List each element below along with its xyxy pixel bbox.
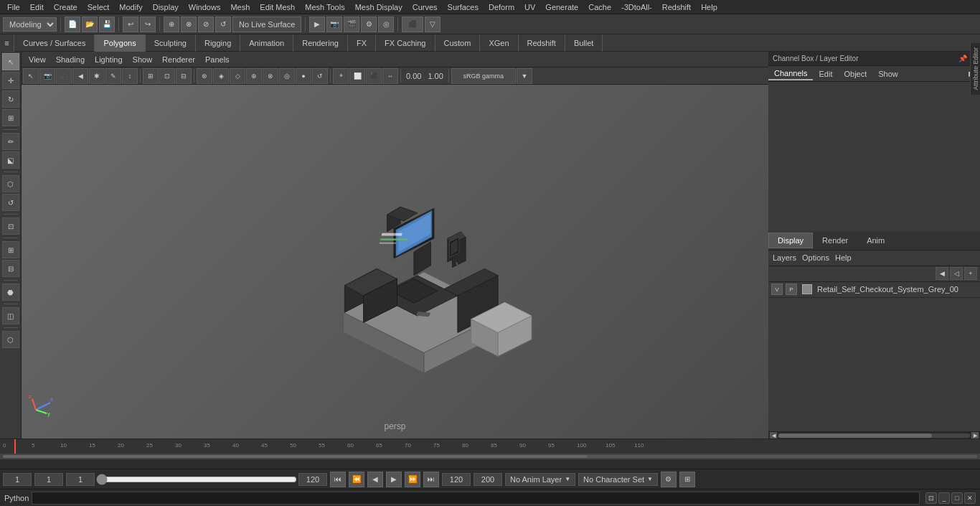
save-btn[interactable]: 💾 [99,17,115,32]
tb4[interactable]: ⊗ [181,17,197,32]
lt-btn12[interactable]: ◫ [2,307,19,324]
select-tool-btn[interactable]: ↖ [2,53,19,70]
frame-field[interactable]: 1 [3,473,32,486]
vpt6[interactable]: ✎ [105,68,121,84]
vpt11[interactable]: ⊛ [197,68,212,84]
layer-scrollbar[interactable]: ◀ ▶ [768,431,980,439]
play-prev-btn[interactable]: ⏮ [330,472,346,487]
lt-btn11[interactable]: ⬣ [2,284,19,301]
tb10[interactable]: ⚙ [361,17,377,32]
win-minimize-btn[interactable]: _ [938,492,950,504]
menu-edit-mesh[interactable]: Edit Mesh [255,1,299,13]
lt-btn8[interactable]: ⊡ [2,217,19,235]
scroll-right[interactable]: ▶ [971,432,979,439]
tb9[interactable]: 🎬 [344,17,359,32]
vpt7[interactable]: ↕ [122,68,138,84]
layer-v-btn[interactable]: V [771,284,783,295]
play-forward-btn[interactable]: ▶ [386,472,402,487]
tab-sculpting[interactable]: Sculpting [146,34,196,52]
vpt2[interactable]: 📷 [39,68,55,84]
menu-deform[interactable]: Deform [484,1,519,13]
tb12[interactable]: ⬛ [402,17,423,32]
live-surface-btn[interactable]: No Live Surface [232,17,301,32]
vpt13[interactable]: ◇ [230,68,245,84]
menu-windows[interactable]: Windows [184,1,225,13]
tb3[interactable]: ⊕ [164,17,179,32]
lt-btn13[interactable]: ⬡ [2,331,19,348]
menu-mesh-display[interactable]: Mesh Display [351,1,407,13]
layer-row-0[interactable]: V P Retail_Self_Checkout_System_Grey_00 [768,282,980,298]
attr-editor-tab[interactable]: Attribute Editor [970,52,980,95]
rotate-tool-btn[interactable]: ↻ [2,90,19,108]
win-close-btn[interactable]: ✕ [964,492,976,504]
frame-slider[interactable] [96,474,297,484]
paint-tool-btn[interactable]: ✏ [2,133,19,150]
frame-end[interactable]: 120 [298,473,327,486]
options-tab[interactable]: Options [802,253,829,262]
menu-3dtall[interactable]: -3DtoAll- [617,1,656,13]
frame-num3[interactable]: 1 [66,473,95,486]
vpt18[interactable]: ↺ [312,68,328,84]
lt-btn9[interactable]: ⊞ [2,241,19,258]
vpt-gamma-arrow[interactable]: ▼ [517,68,532,84]
vp-lighting[interactable]: Lighting [90,54,127,65]
vpt5[interactable]: ✱ [89,68,105,84]
drt-anim[interactable]: Anim [857,233,894,248]
tab-fx-caching[interactable]: FX Caching [376,34,435,52]
redo-btn[interactable]: ↪ [140,17,156,32]
frame-field2[interactable]: 1 [34,473,63,486]
vpt21[interactable]: ⬛ [366,68,382,84]
mode-dropdown[interactable]: Modeling [3,17,57,32]
char-set-btn[interactable]: No Character Set ▼ [578,473,658,486]
tb13[interactable]: ▽ [425,17,440,32]
lt-btn5[interactable]: ⬕ [2,151,19,169]
lt-btn6[interactable]: ⬡ [2,175,19,192]
vpt10[interactable]: ⊟ [176,68,192,84]
timeline-playhead[interactable] [14,439,16,454]
menu-help[interactable]: Help [697,1,722,13]
status-settings-btn[interactable]: ⚙ [661,472,677,487]
play-step-back-btn[interactable]: ⏪ [349,472,364,487]
vpt8[interactable]: ⊞ [143,68,159,84]
scale-tool-btn[interactable]: ⊞ [2,109,19,126]
win-maximize-btn[interactable]: □ [951,492,963,504]
menu-modify[interactable]: Modify [115,1,146,13]
lt-btn10[interactable]: ⊟ [2,260,19,277]
tab-custom[interactable]: Custom [435,34,481,52]
vpt3[interactable]: 🎥 [56,68,72,84]
scroll-left[interactable]: ◀ [770,432,777,439]
menu-surfaces[interactable]: Surfaces [443,1,483,13]
cb-tab-edit[interactable]: Edit [813,68,838,80]
menu-display[interactable]: Display [149,1,183,13]
timeline-bar[interactable]: 0 5 10 15 20 25 30 35 40 45 50 55 60 65 … [0,439,980,454]
cb-tab-channels[interactable]: Channels [768,67,813,80]
tb7[interactable]: ▶ [309,17,325,32]
tab-redshift[interactable]: Redshift [519,34,565,52]
vp-show[interactable]: Show [128,54,157,65]
new-btn[interactable]: 📄 [65,17,80,32]
vpt16[interactable]: ◎ [279,68,295,84]
vp-renderer[interactable]: Renderer [158,54,199,65]
vp-shading[interactable]: Shading [52,54,89,65]
tab-curves-surfaces[interactable]: Curves / Surfaces [14,34,95,52]
menu-edit[interactable]: Edit [26,1,48,13]
python-input[interactable] [32,492,920,505]
play-next-btn[interactable]: ⏭ [423,472,439,487]
timeline-range-bar[interactable] [3,455,977,458]
tb11[interactable]: ◎ [378,17,394,32]
layer-prev-btn[interactable]: ◀ [936,267,948,280]
menu-uv[interactable]: UV [520,1,540,13]
vpt1[interactable]: ↖ [23,68,39,84]
layers-tab[interactable]: Layers [773,253,796,262]
srgb-btn[interactable]: sRGB gamma [451,68,516,84]
play-back-btn[interactable]: ◀ [367,472,383,487]
range-end[interactable]: 200 [473,473,502,486]
tb8[interactable]: 📷 [326,17,342,32]
tab-fx[interactable]: FX [348,34,376,52]
vpt20[interactable]: ⬜ [349,68,365,84]
vpt14[interactable]: ⊕ [246,68,262,84]
drt-display[interactable]: Display [768,233,813,248]
vpt4[interactable]: ◀ [72,68,88,84]
menu-select[interactable]: Select [83,1,114,13]
vp-panels[interactable]: Panels [201,54,234,65]
